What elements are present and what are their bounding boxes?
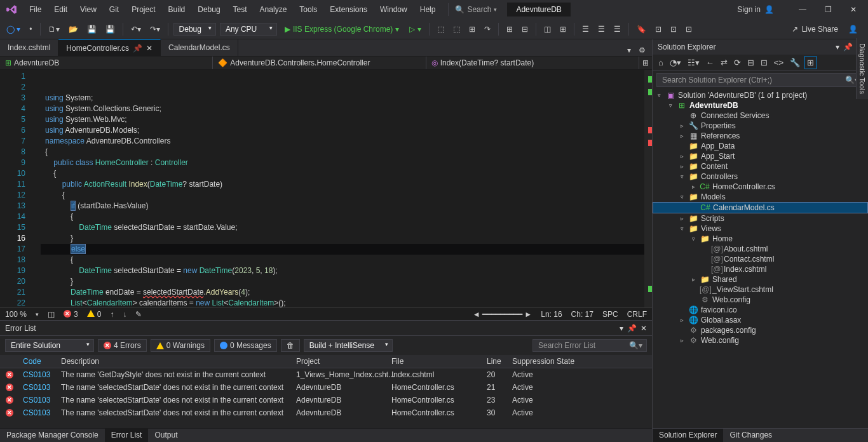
error-row[interactable]: ✕CS0103The name 'selectedStartDate' does…	[0, 394, 652, 406]
tree-item[interactable]: [@]_ViewStart.cshtml	[653, 285, 868, 295]
redo-button[interactable]: ↷▾	[147, 23, 163, 35]
solution-tab[interactable]: Git Changes	[723, 429, 778, 442]
warnings-filter[interactable]: 0 Warnings	[151, 339, 210, 352]
search-box[interactable]: 🔍 Search ▾	[450, 4, 502, 15]
undo-button[interactable]: ↶▾	[128, 23, 144, 35]
split-button[interactable]: ⊞	[639, 57, 652, 69]
menu-edit[interactable]: Edit	[49, 3, 72, 17]
tree-item[interactable]: 🌐favicon.ico	[653, 305, 868, 315]
tool-icon[interactable]: ☰	[580, 23, 592, 35]
minimize-button[interactable]: —	[793, 3, 812, 17]
account-icon[interactable]: 👤	[764, 5, 774, 14]
menu-view[interactable]: View	[75, 3, 102, 17]
tool-icon[interactable]: ⊞	[466, 23, 478, 35]
menu-debug[interactable]: Debug	[193, 3, 225, 17]
maximize-button[interactable]: ❐	[818, 3, 837, 17]
fold-gutter[interactable]	[32, 70, 41, 307]
tree-item[interactable]: ▹🔧Properties	[653, 121, 868, 131]
tree-item[interactable]: ▹▦References	[653, 131, 868, 141]
tree-item[interactable]: C#CalendarModel.cs	[653, 202, 868, 213]
line-gutter[interactable]: 12345678910111213141516171819202122	[0, 70, 32, 307]
nav-project[interactable]: ⊞AdevntureDB	[0, 57, 213, 69]
tree-item[interactable]: ▹C#HomeController.cs	[653, 182, 868, 192]
nav-class[interactable]: 🔶AdventureDB.Controllers.HomeController	[213, 57, 426, 69]
tool-icon[interactable]: ⬚	[435, 23, 447, 35]
menu-help[interactable]: Help	[415, 3, 441, 17]
tool-icon[interactable]: ⊡	[683, 23, 695, 35]
live-share[interactable]: ↗ Live Share 👤	[785, 25, 864, 34]
error-count[interactable]: ✕3	[64, 310, 78, 319]
close-tab-icon[interactable]: ✕	[146, 44, 153, 53]
filter-icon[interactable]: 🗑	[281, 339, 300, 352]
tab-dropdown[interactable]: ▾	[625, 44, 634, 56]
menu-project[interactable]: Project	[126, 3, 160, 17]
overview-ruler[interactable]	[644, 70, 652, 307]
hscroll[interactable]: ◄ ━━━━━━━━━ ►	[473, 310, 532, 319]
tree-item[interactable]: ▿📁Views	[653, 224, 868, 234]
sign-in-link[interactable]: Sign in	[737, 5, 761, 14]
panel-pin-icon[interactable]: 📌	[627, 324, 637, 333]
tree-item[interactable]: ▿📁Models	[653, 192, 868, 202]
code-area[interactable]: using System;using System.Collections.Ge…	[41, 70, 652, 307]
tab-settings-icon[interactable]: ⚙	[636, 44, 648, 56]
tree-item[interactable]: ▹📁Shared	[653, 274, 868, 285]
show-all-icon[interactable]: ⊡	[759, 57, 770, 69]
tool-icon[interactable]: ☰	[595, 23, 607, 35]
tool-icon[interactable]: ⊡	[668, 23, 679, 35]
platform-combo[interactable]: Any CPU	[220, 23, 277, 36]
error-search-input[interactable]: Search Error List🔍▾	[532, 339, 647, 352]
tool-icon[interactable]: ⊟	[519, 23, 531, 35]
tab[interactable]: Index.cshtml	[0, 39, 58, 56]
panel-dropdown[interactable]: ▾	[620, 324, 623, 333]
tree-item[interactable]: ⚙Web.config	[653, 295, 868, 305]
bottom-tab[interactable]: Package Manager Console	[0, 429, 105, 442]
panel-dropdown[interactable]: ▾	[836, 43, 839, 51]
tab[interactable]: CalendarModel.cs	[161, 39, 238, 56]
tree-item[interactable]: ⊕Connected Services	[653, 110, 868, 121]
save-all-button[interactable]: 💾	[103, 23, 118, 35]
menu-file[interactable]: File	[24, 3, 46, 17]
nav-member[interactable]: ◎Index(DateTime? startDate)	[426, 57, 639, 69]
tool-icon[interactable]: ⬚	[451, 23, 463, 35]
tool-icon[interactable]: ☷▾	[686, 57, 702, 69]
step-over-icon[interactable]: ↷	[482, 23, 493, 35]
tree-item[interactable]: [@]About.cshtml	[653, 244, 868, 254]
indent-indicator[interactable]: SPC	[602, 310, 618, 319]
errors-filter[interactable]: ✕4 Errors	[98, 339, 147, 352]
tree-item[interactable]: ▿📁Home	[653, 234, 868, 244]
menu-analyze[interactable]: Analyze	[255, 3, 292, 17]
nav-down-icon[interactable]: ↓	[123, 310, 126, 319]
split-icon[interactable]: ◫	[48, 310, 55, 319]
diagnostic-tools-tab[interactable]: Diagnostic Tools	[856, 38, 868, 99]
panel-pin-icon[interactable]: 📌	[843, 43, 853, 51]
tool-icon[interactable]: ◫	[541, 23, 553, 35]
collapse-icon[interactable]: ⊟	[745, 57, 756, 69]
open-button[interactable]: 📂	[66, 23, 81, 35]
tab[interactable]: HomeController.cs📌✕	[58, 39, 161, 56]
menu-window[interactable]: Window	[375, 3, 412, 17]
tree-item[interactable]: ⚙packages.config	[653, 325, 868, 335]
tree-item[interactable]: ▹📁Scripts	[653, 213, 868, 224]
run-no-debug-button[interactable]: ▷ ▾	[407, 23, 423, 35]
error-row[interactable]: ✕CS0103The name 'GetDayStyle' does not e…	[0, 368, 652, 381]
error-table-header[interactable]: Code Description Project File Line Suppr…	[0, 355, 652, 368]
new-project-button[interactable]: 🗋▾	[46, 23, 62, 35]
refresh-icon[interactable]: ⟳	[732, 57, 743, 69]
run-button[interactable]: ▶ IIS Express (Google Chrome) ▾	[281, 23, 403, 35]
forward-button[interactable]: •	[27, 23, 34, 35]
error-row[interactable]: ✕CS0103The name 'selectedStartDate' does…	[0, 381, 652, 394]
eol-indicator[interactable]: CRLF	[627, 310, 647, 319]
solution-search-input[interactable]: Search Solution Explorer (Ctrl+;) 🔍▾	[656, 73, 864, 87]
home-icon[interactable]: ⌂	[656, 57, 665, 69]
menu-git[interactable]: Git	[104, 3, 124, 17]
back-icon[interactable]: ←	[704, 57, 716, 69]
preview-icon[interactable]: ⊞	[804, 56, 817, 69]
close-button[interactable]: ✕	[844, 3, 863, 17]
tool-icon[interactable]: ⊞	[504, 23, 515, 35]
tool-icon[interactable]: ☰	[611, 23, 623, 35]
warning-count[interactable]: 0	[87, 310, 102, 319]
code-editor[interactable]: 12345678910111213141516171819202122 usin…	[0, 70, 652, 307]
nav-up-icon[interactable]: ↑	[110, 310, 114, 319]
tool-icon[interactable]: <>	[772, 57, 785, 69]
menu-test[interactable]: Test	[228, 3, 252, 17]
